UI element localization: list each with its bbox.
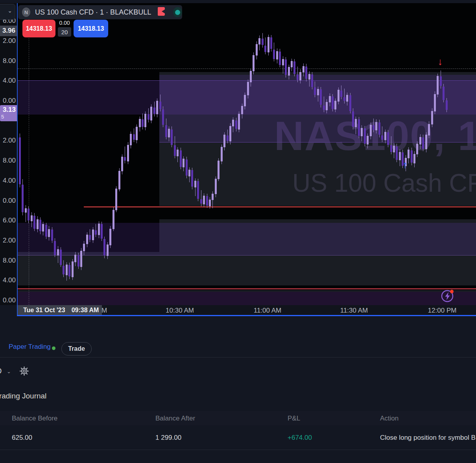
crosshair-vertical-line [29, 17, 29, 305]
cell-action: Close long position for symbol B [380, 434, 476, 442]
price-tick: 2.00 [3, 237, 16, 244]
crosshair-time: 09:38 AM [72, 307, 99, 314]
buy-arrow-icon: ↑ [402, 160, 408, 170]
dashed-high-line [18, 69, 476, 69]
chevron-down-icon: ⌄ [7, 7, 12, 14]
account-type-label[interactable]: Paper Trading [9, 343, 51, 351]
col-balance-before: Balance Before [12, 415, 57, 422]
price-tick: 6.00 [3, 217, 16, 224]
chart-pane[interactable]: NAS100, 1 US 100 Cash CFD ↑↓ N US 100 Ca… [18, 3, 476, 305]
order-panel: 14318.13 0.00 20 14318.13 [22, 20, 108, 37]
spread-column: 0.00 20 [55, 20, 74, 37]
flag-icon[interactable] [157, 6, 166, 18]
row-divider [0, 450, 476, 450]
cell-pnl: +674.00 [288, 434, 312, 442]
price-tick: 0.00 [3, 296, 16, 304]
strategy-flash-icon[interactable] [440, 288, 455, 303]
price-tick: 4.00 [3, 77, 16, 85]
journal-header-row [0, 411, 476, 425]
broker-logo: N [22, 7, 30, 17]
pane-left-border [17, 3, 18, 316]
crosshair-time-badge: Tue 31 Oct '23 09:38 AM [18, 305, 102, 315]
buy-button[interactable]: 14318.13 [74, 20, 108, 37]
price-tick: 0.00 [3, 197, 16, 205]
gear-icon[interactable] [19, 366, 29, 376]
symbol-legend[interactable]: N US 100 Cash CFD · 1 · BLACKBULL [18, 5, 182, 19]
journal-title: Trading Journal [0, 392, 46, 400]
time-axis[interactable]: M10:30 AM11:00 AM11:30 AM12:00 PM Tue 31… [18, 305, 476, 315]
chevron-down-icon[interactable]: ⌄ [7, 369, 11, 374]
col-pnl: P&L [288, 415, 300, 422]
price-axis[interactable]: 6.002.008.004.000.002.008.004.000.006.00… [0, 3, 17, 305]
sell-arrow-icon: ↓ [437, 57, 443, 67]
price-tick: 4.00 [3, 177, 16, 185]
time-tick: M [101, 307, 107, 315]
panel-divider [0, 357, 476, 357]
cell-balance-after: 1 299.00 [155, 434, 181, 442]
trade-button[interactable]: Trade [61, 342, 92, 356]
watermark-description: US 100 Cash CFD [292, 169, 476, 198]
crosshair-date: Tue 31 Oct '23 [23, 307, 65, 314]
quantity-field[interactable]: 20 [58, 27, 71, 37]
price-tick: 8.00 [3, 157, 16, 165]
account-status-dot [52, 346, 55, 350]
last-price-badge: 3.13 5 [0, 105, 17, 121]
symbol-title[interactable]: US 100 Cash CFD · 1 · BLACKBULL [35, 8, 151, 17]
time-tick: 11:30 AM [340, 307, 368, 315]
price-tick: 0.00 [3, 97, 16, 105]
price-tick: 8.00 [3, 257, 16, 265]
col-balance-after: Balance After [155, 415, 195, 422]
cell-balance-before: 625.00 [12, 434, 32, 442]
price-tick: 8.00 [3, 57, 16, 65]
time-tick: 11:00 AM [254, 307, 282, 315]
col-action: Action [380, 415, 399, 422]
time-tick: 10:30 AM [166, 307, 194, 315]
tradingview-screen: { "legend": { "logo_letter": "N", "symbo… [0, 0, 476, 463]
time-tick: 12:00 PM [428, 307, 457, 315]
pane-bottom-border [17, 315, 476, 316]
bar-countdown: 5 [1, 114, 4, 120]
price-tick: 4.00 [3, 276, 16, 284]
corner-dropdown-button[interactable]: ⌄ [0, 4, 15, 20]
price-tick: 2.00 [3, 137, 16, 144]
connection-status-icon[interactable] [173, 7, 182, 17]
bottom-purple-band [18, 292, 476, 305]
spread-value: 0.00 [59, 20, 70, 26]
crosshair-price-badge: 3.96 [0, 26, 17, 36]
account-dropdown-fragment[interactable]: D [0, 367, 2, 376]
price-tick: 2.00 [3, 37, 16, 45]
sell-button[interactable]: 14318.13 [22, 20, 55, 37]
session-box-mid [18, 206, 476, 219]
